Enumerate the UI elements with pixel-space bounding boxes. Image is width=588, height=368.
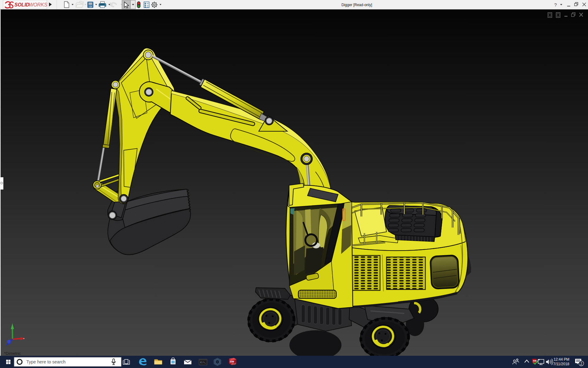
svg-text:WORKS: WORKS (29, 2, 47, 7)
svg-text:Digger [Read-only]: Digger [Read-only] (341, 3, 372, 7)
svg-text:SOLID: SOLID (14, 2, 29, 7)
svg-text:*Dimetric: *Dimetric (4, 351, 21, 356)
svg-text:?: ? (554, 2, 557, 7)
